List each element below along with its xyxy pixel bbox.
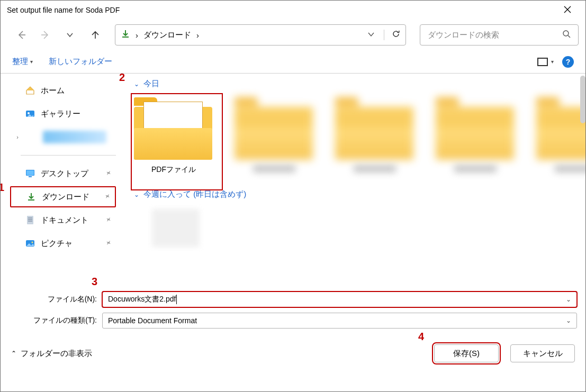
sidebar-item-pictures[interactable]: ピクチャ: [10, 233, 116, 254]
filename-row: ファイル名(N): Docuworks文書2.pdf ⌄: [9, 290, 577, 308]
download-icon: [121, 29, 130, 41]
filetype-label: ファイルの種類(T):: [9, 316, 102, 325]
sidebar-label: ギャラリー: [41, 109, 80, 119]
home-icon: [25, 85, 35, 96]
sidebar-item-home[interactable]: ホーム: [10, 80, 116, 101]
expand-icon[interactable]: ›: [13, 134, 22, 140]
view-icon: [537, 58, 548, 66]
annotation-2: 2: [119, 74, 125, 84]
svg-rect-5: [29, 176, 32, 177]
save-button[interactable]: 保存(S): [434, 344, 499, 362]
chevron-down-icon: [66, 31, 74, 39]
sidebar-label: デスクトップ: [41, 169, 88, 179]
document-icon: [25, 215, 35, 225]
filename-section: 3 ファイル名(N): Docuworks文書2.pdf ⌄ ファイルの種類(T…: [1, 285, 585, 330]
folder-item-blurred[interactable]: [235, 96, 314, 175]
breadcrumb-current[interactable]: ダウンロード: [143, 30, 191, 40]
cancel-label: キャンセル: [523, 349, 563, 359]
group-label: 今日: [143, 79, 159, 89]
scrollbar-vertical[interactable]: [580, 76, 585, 123]
file-pane[interactable]: 2 ⌄ 今日 PDFファイル: [118, 74, 585, 285]
help-button[interactable]: ?: [562, 56, 574, 68]
back-button[interactable]: [11, 25, 31, 45]
sidebar-item-documents[interactable]: ドキュメント: [10, 209, 116, 231]
group-label: 今週に入って (昨日は含めず): [143, 189, 246, 199]
refresh-button[interactable]: [384, 30, 400, 40]
desktop-icon: [25, 168, 35, 179]
collapse-folders-button[interactable]: ⌃ フォルダーの非表示: [11, 349, 92, 359]
sidebar-separator: [21, 155, 116, 156]
filename-input[interactable]: Docuworks文書2.pdf ⌄: [102, 291, 577, 307]
up-button[interactable]: [85, 25, 105, 45]
sidebar-item-desktop[interactable]: デスクトップ: [10, 163, 116, 184]
annotation-4: 4: [418, 331, 424, 343]
download-icon: [26, 192, 37, 202]
chevron-down-icon[interactable]: ⌄: [566, 317, 571, 324]
address-dropdown[interactable]: [368, 31, 374, 39]
folder-item-blurred[interactable]: [536, 96, 585, 175]
pictures-icon: [25, 238, 35, 249]
group-thisweek[interactable]: ⌄ 今週に入って (昨日は含めず): [134, 189, 576, 199]
nav-sidebar: 1 ホーム ギャラリー › デスクトップ: [1, 74, 118, 285]
breadcrumb-sep2: ›: [196, 31, 199, 40]
chevron-down-icon: ⌄: [134, 80, 139, 88]
close-button[interactable]: [556, 5, 579, 16]
search-box[interactable]: ダウンロードの検索: [420, 24, 579, 45]
pin-icon[interactable]: [103, 192, 112, 202]
chevron-down-icon[interactable]: ⌄: [566, 296, 571, 303]
forward-button[interactable]: [35, 25, 56, 45]
address-bar[interactable]: › ダウンロード ›: [115, 24, 406, 45]
sidebar-label: ホーム: [41, 86, 65, 96]
sidebar-label: ドキュメント: [41, 215, 88, 225]
folder-item-blurred[interactable]: [436, 96, 515, 175]
pin-icon[interactable]: [104, 215, 113, 225]
pin-icon[interactable]: [104, 238, 113, 249]
svg-rect-4: [26, 170, 34, 175]
sidebar-item-user[interactable]: ›: [10, 126, 116, 148]
folder-item-pdf[interactable]: PDFファイル: [134, 96, 213, 175]
filename-value: Docuworks文書2.pdf: [108, 295, 176, 304]
annotation-3: 3: [92, 276, 97, 288]
thumbnail-row-thisweek: [134, 207, 576, 260]
filetype-select[interactable]: Portable Document Format ⌄: [102, 313, 577, 329]
search-icon: [562, 30, 571, 40]
search-placeholder: ダウンロードの検索: [428, 30, 562, 40]
group-today[interactable]: ⌄ 今日: [134, 79, 576, 89]
chevron-up-icon: ⌃: [11, 350, 16, 357]
chevron-down-icon: ▾: [551, 59, 554, 65]
breadcrumb-sep: ›: [136, 31, 138, 40]
svg-point-0: [563, 31, 569, 36]
svg-rect-6: [27, 216, 33, 224]
titlebar: Set output file name for Soda PDF: [1, 1, 585, 20]
body-split: 1 ホーム ギャラリー › デスクトップ: [1, 74, 585, 285]
chevron-down-icon: [368, 31, 374, 38]
organize-menu[interactable]: 整理: [12, 57, 33, 67]
refresh-icon: [392, 30, 400, 38]
folder-item-blurred[interactable]: [335, 96, 414, 175]
sidebar-label: ピクチャ: [41, 239, 73, 249]
arrow-right-icon: [40, 30, 51, 40]
arrow-up-icon: [90, 30, 101, 40]
annotation-1: 1: [0, 181, 4, 194]
svg-point-2: [28, 112, 30, 114]
gallery-icon: [25, 108, 35, 119]
close-icon: [564, 6, 571, 13]
recent-dropdown[interactable]: [60, 25, 80, 45]
window-title: Set output file name for Soda PDF: [7, 6, 556, 14]
filetype-row: ファイルの種類(T): Portable Document Format ⌄: [9, 312, 577, 330]
folder-icon: [134, 96, 213, 160]
sidebar-label: ダウンロード: [42, 192, 89, 202]
folder-caption: PDFファイル: [151, 165, 196, 175]
thumbnail-row-today: PDFファイル: [134, 96, 576, 175]
sidebar-item-gallery[interactable]: ギャラリー: [10, 103, 116, 124]
pin-icon[interactable]: [104, 168, 113, 179]
collapse-label: フォルダーの非表示: [21, 349, 92, 359]
view-mode-button[interactable]: ▾: [537, 58, 554, 66]
cancel-button[interactable]: キャンセル: [510, 344, 575, 362]
new-folder-button[interactable]: 新しいフォルダー: [49, 57, 112, 67]
filetype-value: Portable Document Format: [108, 316, 197, 325]
svg-point-8: [32, 242, 33, 243]
file-item-blurred[interactable]: [151, 209, 201, 247]
sidebar-item-downloads[interactable]: ダウンロード: [10, 186, 116, 207]
nav-bar: › ダウンロード › ダウンロードの検索: [1, 20, 585, 50]
